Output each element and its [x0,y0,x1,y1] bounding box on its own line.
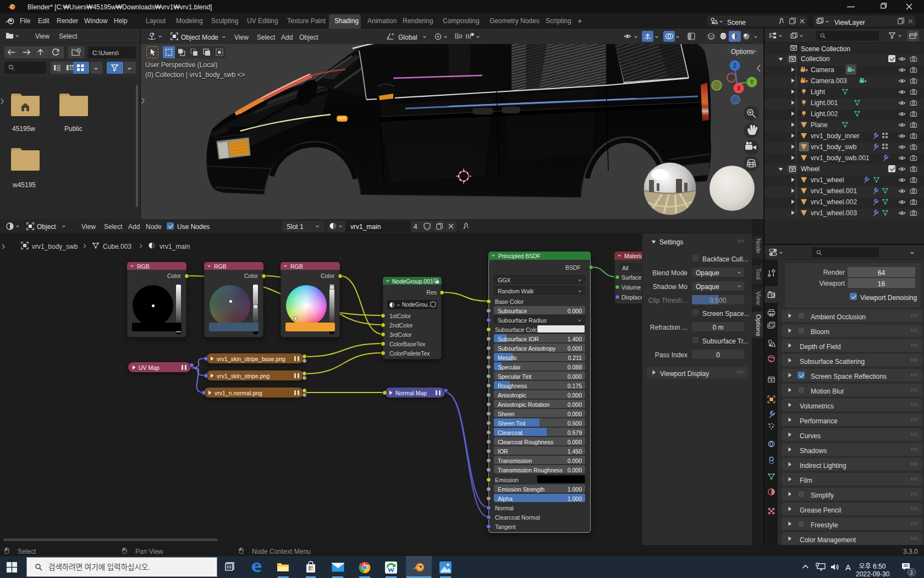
svg-text:X: X [737,85,741,91]
svg-text:Z: Z [733,63,736,69]
svg-text:Y: Y [750,79,754,85]
